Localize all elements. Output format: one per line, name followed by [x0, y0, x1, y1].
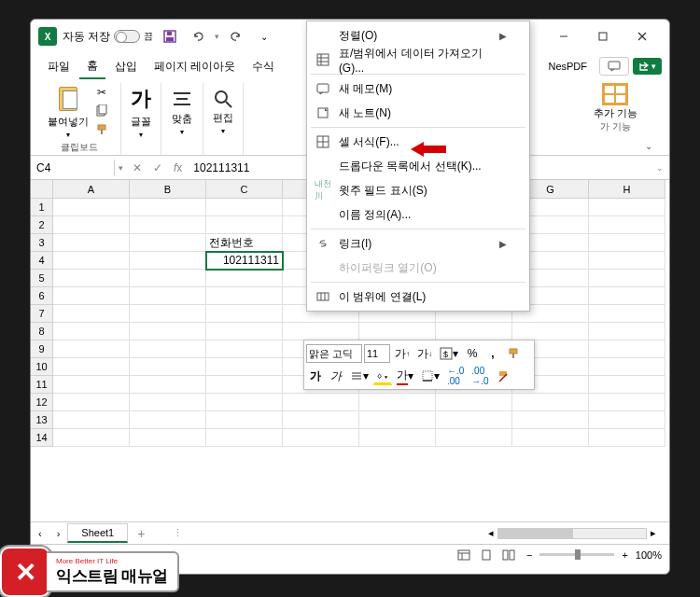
scroll-left-icon[interactable]: ◂: [484, 527, 497, 539]
cell-B9[interactable]: [130, 340, 206, 358]
ribbon-collapse-icon[interactable]: ⌄: [645, 141, 652, 151]
cell-A6[interactable]: [53, 287, 130, 305]
sheet-next-icon[interactable]: ›: [49, 528, 68, 539]
cell-C9[interactable]: [206, 340, 283, 358]
normal-view-icon[interactable]: [454, 547, 474, 563]
select-all-button[interactable]: [31, 180, 53, 199]
cell-C1[interactable]: [206, 199, 283, 216]
cell-G8[interactable]: [512, 323, 589, 340]
mini-size-select[interactable]: [364, 344, 390, 363]
cell-B1[interactable]: [130, 199, 206, 216]
zoom-out-button[interactable]: −: [521, 549, 538, 561]
cell-H6[interactable]: [589, 287, 665, 305]
cell-B5[interactable]: [130, 270, 206, 287]
row-header-8[interactable]: 8: [31, 323, 53, 340]
undo-icon[interactable]: [187, 25, 209, 48]
cm-define-name[interactable]: 이름 정의(A)...: [307, 202, 529, 227]
mini-highlight-icon[interactable]: ⬨▾: [373, 367, 392, 385]
col-header-H[interactable]: H: [589, 180, 665, 199]
cell-H9[interactable]: [589, 340, 665, 358]
cell-C13[interactable]: [206, 411, 283, 429]
page-break-view-icon[interactable]: [498, 547, 519, 563]
namebox-dropdown-icon[interactable]: ▾: [115, 163, 127, 173]
cell-A4[interactable]: [53, 252, 130, 270]
cm-link-range[interactable]: 이 범위에 연결(L): [307, 285, 529, 309]
font-button[interactable]: 가 글꼴 ▾: [131, 85, 151, 139]
cell-C2[interactable]: [206, 216, 283, 234]
cell-D14[interactable]: [283, 429, 359, 447]
cell-H11[interactable]: [589, 376, 665, 394]
mini-increase-decimal-icon[interactable]: ←.0.00: [444, 367, 467, 385]
row-header-12[interactable]: 12: [31, 394, 53, 411]
cell-B12[interactable]: [130, 394, 206, 411]
format-painter-icon[interactable]: [92, 121, 111, 138]
cell-C8[interactable]: [206, 323, 283, 340]
mini-borders-icon[interactable]: ▾: [418, 367, 442, 385]
minimize-button[interactable]: [544, 22, 583, 50]
cell-B14[interactable]: [130, 429, 206, 447]
cell-D8[interactable]: [283, 323, 359, 340]
cell-E12[interactable]: [359, 394, 436, 411]
mini-percent-icon[interactable]: %: [463, 344, 482, 363]
cell-A9[interactable]: [53, 340, 130, 358]
align-button[interactable]: 맞춤 ▾: [171, 88, 193, 136]
cell-A8[interactable]: [53, 323, 130, 340]
mini-bold-icon[interactable]: 가: [306, 367, 325, 385]
cell-F14[interactable]: [436, 429, 512, 447]
cell-A2[interactable]: [53, 216, 130, 234]
name-box[interactable]: C4: [31, 160, 115, 176]
cell-A3[interactable]: [53, 234, 130, 252]
sheet-prev-icon[interactable]: ‹: [31, 528, 49, 539]
mini-accounting-format-icon[interactable]: $▾: [437, 344, 461, 363]
cell-C12[interactable]: [206, 394, 283, 411]
redo-icon[interactable]: [225, 25, 247, 48]
row-header-14[interactable]: 14: [31, 429, 53, 447]
col-header-C[interactable]: C: [206, 180, 283, 199]
cell-B4[interactable]: [130, 252, 206, 270]
cell-C5[interactable]: [206, 270, 283, 287]
horizontal-scrollbar[interactable]: ◂ ▸: [183, 527, 669, 539]
cell-D13[interactable]: [283, 411, 359, 429]
cell-C7[interactable]: [206, 305, 283, 323]
tab-nespdf[interactable]: NesPDF: [539, 57, 595, 76]
cm-get-data[interactable]: 표/범위에서 데이터 가져오기(G)...: [307, 48, 529, 72]
cell-F13[interactable]: [436, 411, 512, 429]
autosave-toggle[interactable]: 자동 저장 끔: [63, 29, 153, 45]
cell-A1[interactable]: [53, 199, 130, 216]
cell-C11[interactable]: [206, 376, 283, 394]
cell-H14[interactable]: [589, 429, 665, 447]
formula-expand-icon[interactable]: ⌄: [651, 163, 669, 173]
tab-formulas[interactable]: 수식: [245, 55, 282, 78]
cell-A10[interactable]: [53, 358, 130, 376]
row-header-10[interactable]: 10: [31, 358, 53, 376]
tab-home[interactable]: 홈: [79, 54, 105, 79]
cell-D12[interactable]: [283, 394, 359, 411]
mini-formatpainter-icon[interactable]: [504, 344, 523, 363]
paste-button[interactable]: 붙여넣기 ▾: [48, 83, 89, 139]
cell-B8[interactable]: [130, 323, 206, 340]
addin-button[interactable]: 추가 기능: [594, 83, 637, 118]
zoom-level[interactable]: 100%: [636, 549, 662, 561]
row-header-1[interactable]: 1: [31, 199, 53, 216]
row-header-3[interactable]: 3: [31, 234, 53, 252]
cell-H2[interactable]: [589, 216, 665, 234]
cell-F8[interactable]: [436, 323, 512, 340]
cell-B13[interactable]: [130, 411, 206, 429]
cell-H8[interactable]: [589, 323, 665, 340]
cell-H7[interactable]: [589, 305, 665, 323]
mini-shrink-font-icon[interactable]: 가↓: [414, 344, 435, 363]
mini-comma-icon[interactable]: ,: [483, 344, 502, 363]
cell-A12[interactable]: [53, 394, 130, 411]
tab-insert[interactable]: 삽입: [107, 55, 145, 78]
row-header-11[interactable]: 11: [31, 376, 53, 394]
add-sheet-button[interactable]: +: [128, 526, 154, 541]
cell-C14[interactable]: [206, 429, 283, 447]
scrollbar-track[interactable]: [497, 528, 647, 539]
cell-H4[interactable]: [589, 252, 665, 270]
mini-font-color-icon[interactable]: 가▾: [394, 367, 416, 385]
tab-layout[interactable]: 페이지 레이아웃: [147, 55, 243, 78]
scroll-right-icon[interactable]: ▸: [647, 527, 660, 539]
share-button[interactable]: ▾: [633, 58, 662, 75]
zoom-slider[interactable]: [539, 553, 614, 556]
zoom-in-button[interactable]: +: [616, 549, 633, 561]
